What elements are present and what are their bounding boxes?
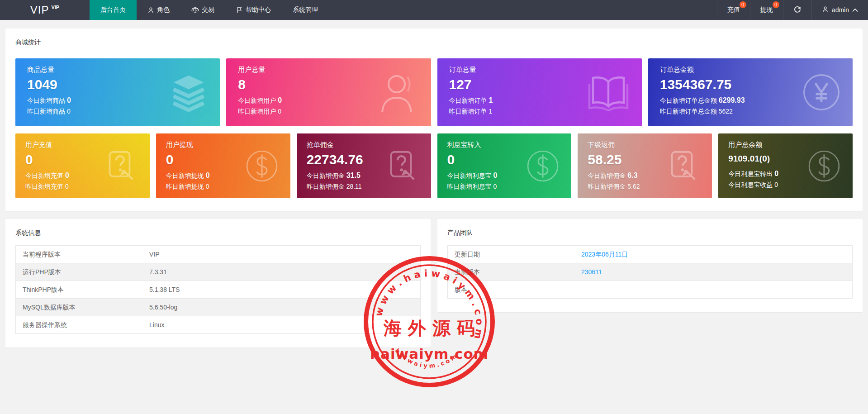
- info-value: Linux: [142, 316, 420, 333]
- top-navbar: VIP VIP 后台首页 角色: [0, 0, 868, 20]
- table-row: 当前程序版本 VIP: [16, 246, 420, 263]
- shop-stats-panel: 商城统计 商品总量 1049 今日新增商品0 昨日新增商品0: [5, 29, 863, 211]
- system-info-title: 系统信息: [15, 229, 421, 237]
- stat-card-title: 抢单佣金: [307, 141, 431, 149]
- info-value: 5.6.50-log: [142, 299, 420, 316]
- product-team-panel: 产品团队 更新日期 2023年06月11日 当前版本 230611 版本: [437, 219, 863, 312]
- notice-badge: 0: [740, 1, 746, 8]
- stats-panel-title: 商城统计: [15, 38, 853, 47]
- user-name: admin: [832, 6, 849, 14]
- stat-card-line-yesterday: 昨日新增利息宝0: [447, 181, 572, 192]
- notice-group: 充值 0 提现 0: [717, 0, 783, 20]
- stat-card[interactable]: 商品总量 1049 今日新增商品0 昨日新增商品0: [15, 58, 220, 126]
- table-row: 当前版本 230611: [448, 263, 852, 281]
- notice-item[interactable]: 充值 0: [717, 0, 750, 20]
- flag-icon: [236, 7, 243, 14]
- stat-card[interactable]: 抢单佣金 22734.76 今日新增佣金31.5 昨日新增佣金28.11: [297, 133, 431, 198]
- stamp-center-en: haiwaiym.com: [370, 346, 489, 362]
- main-nav: 后台首页 角色: [90, 0, 329, 20]
- layers-icon: [169, 73, 208, 112]
- product-team-table: 更新日期 2023年06月11日 当前版本 230611 版本: [447, 245, 853, 299]
- info-value: 7.3.31: [142, 263, 420, 281]
- table-row: MySQL数据库版本 5.6.50-log: [16, 299, 420, 316]
- info-value: 5.1.38 LTS: [142, 281, 420, 298]
- doc-question-pencil-icon: [385, 149, 419, 183]
- scales-icon: [191, 7, 199, 14]
- notice-label: 充值: [727, 6, 740, 14]
- nav-item-label: 角色: [157, 6, 170, 14]
- dollar-circle-icon: [245, 149, 279, 183]
- doc-question-pencil-icon: [666, 149, 700, 183]
- stat-card-title: 用户充值: [25, 141, 150, 149]
- dollar-circle-icon: [807, 149, 841, 183]
- navbar-right: 充值 0 提现 0 admin: [717, 0, 868, 20]
- stat-card[interactable]: 下级返佣 58.25 今日新增佣金6.3 昨日新增佣金5.62: [578, 133, 712, 198]
- stat-card[interactable]: 用户充值 0 今日新增充值0 昨日新增充值0: [15, 133, 150, 198]
- app-logo: VIP VIP: [0, 0, 90, 20]
- book-icon: [587, 74, 630, 111]
- stats-row-1: 商品总量 1049 今日新增商品0 昨日新增商品0: [15, 58, 853, 126]
- bottom-section: 系统信息 当前程序版本 VIP 运行PHP版本 7.3.31 ThinkPHP版…: [5, 219, 863, 347]
- user-silhouette-icon: [378, 71, 419, 114]
- logo-text: VIP: [30, 4, 49, 16]
- stat-card-title: 利息宝转入: [447, 141, 572, 149]
- stat-card[interactable]: 利息宝转入 0 今日新增利息宝0 昨日新增利息宝0: [437, 133, 572, 198]
- nav-item-label: 后台首页: [100, 6, 126, 14]
- nav-item-label: 帮助中心: [246, 6, 271, 14]
- table-row: 版本: [448, 281, 852, 298]
- person-icon: [147, 7, 154, 14]
- stat-card[interactable]: 用户提现 0 今日新增提现0 昨日新增提现0: [156, 133, 290, 198]
- dollar-circle-icon: [526, 149, 560, 183]
- info-label: 更新日期: [448, 246, 574, 263]
- nav-item-label: 交易: [202, 6, 214, 14]
- table-row: 更新日期 2023年06月11日: [448, 246, 852, 263]
- info-value[interactable]: 230611: [574, 263, 852, 281]
- info-label: 当前程序版本: [16, 246, 142, 263]
- nav-item[interactable]: 后台首页: [90, 0, 137, 20]
- info-value: VIP: [142, 246, 420, 263]
- info-label: MySQL数据库版本: [16, 299, 142, 316]
- info-value[interactable]: 2023年06月11日: [574, 246, 852, 263]
- stat-card-title: 订单总量: [449, 66, 642, 74]
- stat-card-title: 下级返佣: [588, 141, 712, 149]
- info-label: 当前版本: [448, 263, 574, 281]
- info-label: 服务器操作系统: [16, 316, 142, 333]
- info-value[interactable]: [574, 281, 852, 298]
- doc-question-pencil-icon: [104, 149, 138, 183]
- yen-circle-icon: [802, 73, 841, 112]
- stamp-arc-bottom-text: h a i w a i y m . c o m: [392, 347, 458, 372]
- stat-card[interactable]: 订单总金额 1354367.75 今日新增订单总金额6299.93 昨日新增订单…: [648, 58, 853, 126]
- nav-item[interactable]: 角色: [137, 0, 180, 20]
- table-row: ThinkPHP版本 5.1.38 LTS: [16, 281, 420, 299]
- stat-card-title: 用户总余额: [728, 141, 853, 149]
- info-label: ThinkPHP版本: [16, 281, 142, 298]
- system-info-panel: 系统信息 当前程序版本 VIP 运行PHP版本 7.3.31 ThinkPHP版…: [5, 219, 431, 347]
- user-icon: [822, 6, 829, 14]
- table-row: 运行PHP版本 7.3.31: [16, 263, 420, 281]
- stat-card[interactable]: 订单总量 127 今日新增订单1 昨日新增订单1: [437, 58, 642, 126]
- refresh-icon: [793, 5, 802, 15]
- nav-item[interactable]: 交易: [180, 0, 225, 20]
- stats-row-2: 用户充值 0 今日新增充值0 昨日新增充值0 用户提现 0 今: [15, 133, 853, 198]
- stat-card-title: 用户提现: [166, 141, 290, 149]
- nav-item[interactable]: 系统管理: [282, 0, 329, 20]
- system-info-table: 当前程序版本 VIP 运行PHP版本 7.3.31 ThinkPHP版本 5.1…: [15, 245, 421, 334]
- nav-item-label: 系统管理: [293, 6, 318, 14]
- info-label: 版本: [448, 281, 574, 298]
- chevron-up-icon: [852, 6, 858, 14]
- refresh-button[interactable]: [783, 0, 811, 20]
- product-team-title: 产品团队: [447, 229, 853, 237]
- stat-card[interactable]: 用户总量 8 今日新增用户0 昨日新增用户0: [226, 58, 431, 126]
- info-label: 运行PHP版本: [16, 263, 142, 281]
- notice-item[interactable]: 提现 0: [750, 0, 783, 20]
- notice-badge: 0: [773, 1, 779, 8]
- stat-card-line-yesterday: 昨日新增提现0: [166, 181, 290, 192]
- notice-label: 提现: [760, 6, 773, 14]
- stat-card[interactable]: 用户总余额 9109.01(0) 今日利息宝转出0 今日利息宝收益0: [718, 133, 853, 198]
- nav-item[interactable]: 帮助中心: [225, 0, 282, 20]
- table-row: 服务器操作系统 Linux: [16, 316, 420, 333]
- logo-sup-text: VIP: [51, 5, 59, 10]
- user-menu[interactable]: admin: [811, 0, 868, 20]
